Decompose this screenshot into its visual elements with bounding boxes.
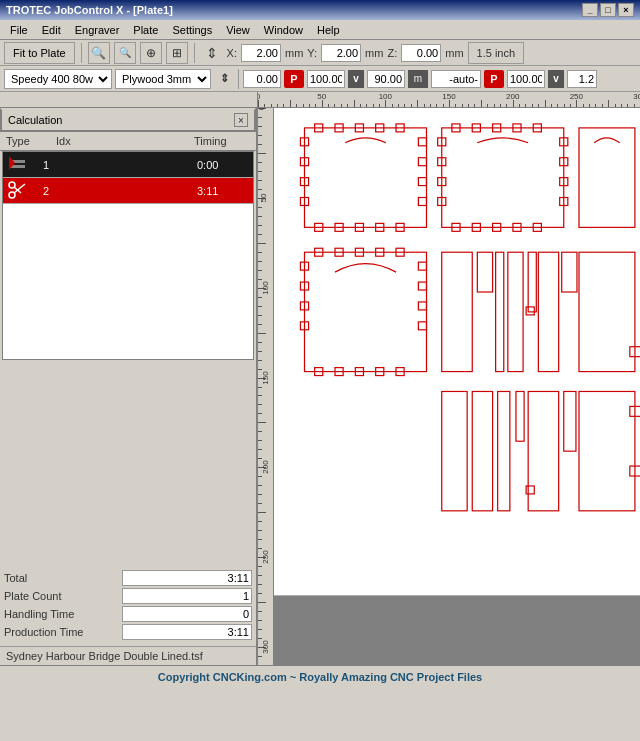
col-empty — [94, 134, 192, 148]
zoom-out-button[interactable]: 🔍 — [114, 42, 136, 64]
y-input[interactable] — [321, 44, 361, 62]
calc-type-icon-2 — [3, 178, 39, 204]
p-badge-1: P — [284, 70, 304, 88]
menu-settings[interactable]: Settings — [166, 22, 218, 38]
title-text: TROTEC JobControl X - [Plate1] — [6, 4, 173, 16]
zoom-in-button[interactable]: 🔍 — [88, 42, 110, 64]
calculation-close-button[interactable]: × — [234, 113, 248, 127]
calc-idx-1: 1 — [39, 157, 79, 173]
plate-count-row: Plate Count — [4, 588, 252, 604]
title-bar-buttons: _ □ × — [582, 3, 634, 17]
canvas-area[interactable]: 050100150200250300 — [258, 108, 640, 665]
calc-timing-1: 0:00 — [193, 157, 253, 173]
x-label: X: — [227, 47, 237, 59]
power-input-2[interactable] — [307, 70, 345, 88]
p-badge-2: P — [484, 70, 504, 88]
plate-count-label: Plate Count — [4, 590, 122, 602]
menu-bar: File Edit Engraver Plate Settings View W… — [0, 20, 640, 40]
calc-spacer — [0, 360, 256, 567]
last-val-input[interactable] — [567, 70, 597, 88]
handling-time-row: Handling Time — [4, 606, 252, 622]
menu-file[interactable]: File — [4, 22, 34, 38]
calc-idx-2: 2 — [39, 183, 79, 199]
canvas-svg — [274, 108, 640, 665]
v-badge-1: v — [348, 70, 364, 88]
minimize-button[interactable]: _ — [582, 3, 598, 17]
toolbar2: Speedy 400 80w Plywood 3mm ⇕ P v m P v — [0, 66, 640, 92]
filename-text: Sydney Harbour Bridge Double Lined.tsf — [6, 650, 203, 662]
col-idx: Idx — [54, 134, 94, 148]
handling-time-label: Handling Time — [4, 608, 122, 620]
calc-empty-2 — [79, 189, 193, 193]
process-icon: ⇕ — [214, 69, 234, 89]
filename-bar: Sydney Harbour Bridge Double Lined.tsf — [0, 646, 256, 665]
ruler-area: 050100150200250300 — [0, 92, 640, 108]
power-input-1[interactable] — [243, 70, 281, 88]
svg-rect-7 — [274, 108, 640, 595]
close-button[interactable]: × — [618, 3, 634, 17]
calc-timing-2: 3:11 — [193, 183, 253, 199]
menu-help[interactable]: Help — [311, 22, 346, 38]
m-badge: m — [408, 70, 428, 88]
calc-table-header: Type Idx Timing — [0, 132, 256, 151]
toolbar-separator-2 — [194, 43, 195, 63]
title-bar: TROTEC JobControl X - [Plate1] _ □ × — [0, 0, 640, 20]
canvas-plate — [274, 108, 640, 665]
calc-row-2[interactable]: 2 3:11 — [3, 178, 253, 204]
menu-engraver[interactable]: Engraver — [69, 22, 126, 38]
calculation-header: Calculation × — [0, 108, 256, 132]
menu-window[interactable]: Window — [258, 22, 309, 38]
calc-empty-1 — [79, 163, 193, 167]
machine-select[interactable]: Speedy 400 80w — [4, 69, 112, 89]
main-area: Calculation × Type Idx Timing 1 — [0, 108, 640, 665]
v-badge-2: v — [548, 70, 564, 88]
left-ruler: 050100150200250300 — [258, 108, 274, 665]
mm-unit-3: mm — [445, 47, 463, 59]
maximize-button[interactable]: □ — [600, 3, 616, 17]
resize-icon: ⇕ — [201, 42, 223, 64]
top-ruler: 050100150200250300 — [258, 92, 640, 108]
auto-input[interactable] — [431, 70, 481, 88]
calc-type-icon-1 — [3, 152, 39, 178]
z-input[interactable] — [401, 44, 441, 62]
zoom-fit-button[interactable]: ⊕ — [140, 42, 162, 64]
y-label: Y: — [307, 47, 317, 59]
power-input-3[interactable] — [367, 70, 405, 88]
calculation-title: Calculation — [8, 114, 62, 126]
corner-box — [0, 92, 258, 108]
production-time-label: Production Time — [4, 626, 122, 638]
toolbar1: Fit to Plate 🔍 🔍 ⊕ ⊞ ⇕ X: mm Y: mm Z: mm… — [0, 40, 640, 66]
mm-unit-1: mm — [285, 47, 303, 59]
tb2-divider-1 — [238, 69, 239, 89]
z-label: Z: — [387, 47, 397, 59]
fit-to-plate-button[interactable]: Fit to Plate — [4, 42, 75, 64]
status-text: Copyright CNCKing.com ~ Royally Amazing … — [158, 671, 482, 683]
toolbar-separator-1 — [81, 43, 82, 63]
x-input[interactable] — [241, 44, 281, 62]
power-input-4[interactable] — [507, 70, 545, 88]
calc-table: 1 0:00 2 3:11 — [2, 151, 254, 360]
material-select[interactable]: Plywood 3mm — [115, 69, 211, 89]
menu-plate[interactable]: Plate — [127, 22, 164, 38]
status-bar: Copyright CNCKing.com ~ Royally Amazing … — [0, 665, 640, 687]
calc-footer: Total Plate Count Handling Time Producti… — [0, 566, 256, 646]
col-type: Type — [4, 134, 54, 148]
production-time-row: Production Time — [4, 624, 252, 640]
plate-count-value — [122, 588, 252, 604]
mm-unit-2: mm — [365, 47, 383, 59]
total-label: Total — [4, 572, 122, 584]
svg-rect-8 — [274, 595, 640, 665]
total-row: Total — [4, 570, 252, 586]
total-value — [122, 570, 252, 586]
size-display: 1.5 inch — [468, 42, 525, 64]
left-panel: Calculation × Type Idx Timing 1 — [0, 108, 258, 665]
menu-view[interactable]: View — [220, 22, 256, 38]
zoom-select-button[interactable]: ⊞ — [166, 42, 188, 64]
production-time-value — [122, 624, 252, 640]
calc-row-1[interactable]: 1 0:00 — [3, 152, 253, 178]
col-timing: Timing — [192, 134, 252, 148]
menu-edit[interactable]: Edit — [36, 22, 67, 38]
handling-time-value — [122, 606, 252, 622]
